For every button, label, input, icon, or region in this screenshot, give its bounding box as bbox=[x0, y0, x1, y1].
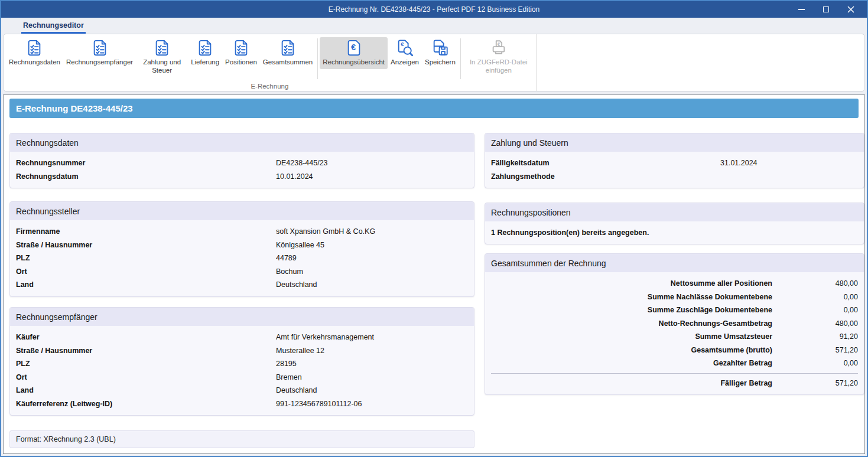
button-label: In ZUGFeRD-Datei einfügen bbox=[466, 58, 532, 75]
field-row: Land Deutschland bbox=[16, 384, 468, 397]
field-label: Käuferreferenz (Leitweg-ID) bbox=[16, 400, 276, 408]
field-row: Käuferreferenz (Leitweg-ID) 991-12345678… bbox=[16, 397, 468, 411]
field-value: 44789 bbox=[276, 254, 468, 262]
field-row: PLZ 44789 bbox=[16, 252, 468, 265]
checklist-page-icon bbox=[279, 39, 297, 57]
panel-body: Rechnungsnummer DE4238-445/23 Rechnungsd… bbox=[10, 152, 474, 188]
field-row: PLZ 28195 bbox=[16, 357, 468, 371]
field-row: Straße / Hausnummer Musterallee 12 bbox=[16, 344, 468, 358]
field-label: Zahlungsmethode bbox=[491, 172, 720, 181]
field-row: Käufer Amt für Verkehrsmanagement bbox=[16, 331, 468, 344]
total-value: 0,00 bbox=[772, 293, 858, 301]
close-icon bbox=[847, 6, 854, 13]
field-value: Bochum bbox=[276, 267, 468, 276]
due-amount-row: Fälliger Betrag 571,20 bbox=[491, 377, 858, 390]
checklist-page-icon bbox=[91, 39, 109, 57]
total-value: 480,00 bbox=[772, 279, 858, 288]
total-value: 571,20 bbox=[772, 379, 858, 387]
checklist-page-icon bbox=[153, 39, 171, 57]
field-value: Bremen bbox=[276, 373, 468, 381]
euro-page-icon bbox=[345, 39, 363, 57]
panel-title: Rechnungspositionen bbox=[485, 203, 864, 221]
field-row: Rechnungsnummer DE4238-445/23 bbox=[16, 156, 468, 170]
total-row: Summe Umsatzsteuer 91,20 bbox=[491, 330, 858, 344]
field-value: Musterallee 12 bbox=[276, 347, 468, 355]
speichern-button[interactable]: Speichern bbox=[422, 37, 459, 69]
ribbon-tab-strip: Rechnungseditor bbox=[1, 18, 867, 34]
window-controls bbox=[789, 1, 863, 18]
total-label: Netto-Rechnungs-Gesamtbetrag bbox=[491, 319, 772, 328]
total-row: Gesamtsumme (brutto) 571,20 bbox=[491, 344, 858, 357]
minimize-button[interactable] bbox=[789, 1, 814, 18]
field-label: Straße / Hausnummer bbox=[16, 241, 276, 249]
close-button[interactable] bbox=[838, 1, 863, 18]
field-label: Straße / Hausnummer bbox=[16, 347, 276, 355]
anzeigen-button[interactable]: Anzeigen bbox=[388, 37, 422, 69]
field-row: Ort Bochum bbox=[16, 265, 468, 279]
field-value: soft Xpansion GmbH & Co.KG bbox=[276, 227, 468, 236]
total-value: 0,00 bbox=[772, 359, 858, 367]
field-label: PLZ bbox=[16, 360, 276, 368]
field-value: 31.01.2024 bbox=[720, 159, 858, 167]
maximize-button[interactable] bbox=[814, 1, 838, 18]
panel-zahlung-und-steuern: Zahlung und Steuern Fälligkeitsdatum 31.… bbox=[485, 133, 864, 188]
euro-page-magnifier-icon bbox=[396, 39, 414, 57]
rechnungsuebersicht-button[interactable]: Rechnungsübersicht bbox=[320, 37, 388, 69]
field-row: Zahlungsmethode bbox=[491, 170, 858, 184]
total-row: Netto-Rechnungs-Gesamtbetrag 480,00 bbox=[491, 317, 858, 331]
field-value: Deutschland bbox=[276, 386, 468, 394]
rechnungsdaten-button[interactable]: Rechnungsdaten bbox=[6, 37, 63, 69]
totals-divider bbox=[491, 373, 858, 374]
euro-page-save-icon bbox=[431, 39, 449, 57]
total-value: 91,20 bbox=[772, 332, 858, 341]
tab-rechnungseditor[interactable]: Rechnungseditor bbox=[21, 19, 86, 34]
field-label: Land bbox=[16, 280, 276, 289]
total-row: Gezahlter Betrag 0,00 bbox=[491, 357, 858, 370]
field-value: Deutschland bbox=[276, 280, 468, 289]
panel-title: Rechnungsdaten bbox=[10, 133, 474, 152]
field-value: DE4238-445/23 bbox=[276, 159, 468, 167]
panel-body: Nettosumme aller Positionen 480,00 Summe… bbox=[485, 272, 864, 394]
field-label: Ort bbox=[16, 373, 276, 381]
total-label: Gesamtsumme (brutto) bbox=[491, 346, 772, 354]
zahlung-und-steuer-button[interactable]: Zahlung und Steuer bbox=[136, 37, 188, 77]
total-label: Nettosumme aller Positionen bbox=[491, 279, 772, 288]
format-status-bar: Format: XRechnung 2.3 (UBL) bbox=[9, 430, 474, 448]
gesamtsummen-button[interactable]: Gesamtsummen bbox=[260, 37, 316, 69]
field-value: 991-123456789101112-06 bbox=[276, 400, 468, 408]
panel-title: Rechnungsempfänger bbox=[10, 308, 474, 326]
field-row: Fälligkeitsdatum 31.01.2024 bbox=[491, 156, 858, 170]
total-label: Gezahlter Betrag bbox=[491, 359, 772, 367]
button-label: Anzeigen bbox=[391, 58, 419, 67]
total-value: 0,00 bbox=[772, 306, 858, 314]
field-value: Amt für Verkehrsmanagement bbox=[276, 333, 468, 341]
field-row: Ort Bremen bbox=[16, 371, 468, 384]
invoice-banner-title: E-Rechnung DE4238-445/23 bbox=[16, 103, 133, 113]
field-label: Rechnungsdatum bbox=[16, 172, 276, 181]
field-label: Ort bbox=[16, 267, 276, 276]
button-label: Positionen bbox=[225, 58, 257, 67]
rechnungsempfaenger-button[interactable]: Rechnungsempfänger bbox=[63, 37, 136, 69]
total-label: Summe Zuschläge Dokumentebene bbox=[491, 306, 772, 314]
panel-body: Fälligkeitsdatum 31.01.2024 Zahlungsmeth… bbox=[485, 152, 864, 188]
checklist-page-icon bbox=[232, 39, 250, 57]
field-value: 28195 bbox=[276, 360, 468, 368]
button-label: Rechnungsdaten bbox=[9, 58, 60, 67]
total-row: Summe Nachlässe Dokumentebene 0,00 bbox=[491, 290, 858, 304]
positions-count-text: 1 Rechnungsposition(en) bereits angegebe… bbox=[491, 226, 858, 239]
in-zugferd-datei-einfuegen-button: In ZUGFeRD-Datei einfügen bbox=[463, 37, 535, 77]
app-window: E-Rechnung Nr. DE4238-445/23 - Perfect P… bbox=[0, 0, 868, 457]
field-row: Firmenname soft Xpansion GmbH & Co.KG bbox=[16, 225, 468, 239]
main-content: E-Rechnung DE4238-445/23 Rechnungsdaten … bbox=[3, 94, 865, 454]
lieferung-button[interactable]: Lieferung bbox=[188, 37, 222, 69]
positionen-button[interactable]: Positionen bbox=[222, 37, 260, 69]
panel-rechnungssteller: Rechnungssteller Firmenname soft Xpansio… bbox=[9, 201, 474, 297]
ribbon-separator bbox=[460, 38, 461, 79]
invoice-banner: E-Rechnung DE4238-445/23 bbox=[9, 99, 859, 118]
field-label: Rechnungsnummer bbox=[16, 159, 276, 167]
field-value: 10.01.2024 bbox=[276, 172, 468, 181]
field-value: Königsallee 45 bbox=[276, 241, 468, 249]
field-row: Straße / Hausnummer Königsallee 45 bbox=[16, 239, 468, 252]
format-text: Format: XRechnung 2.3 (UBL) bbox=[16, 435, 116, 443]
insert-zugferd-icon bbox=[490, 39, 508, 57]
